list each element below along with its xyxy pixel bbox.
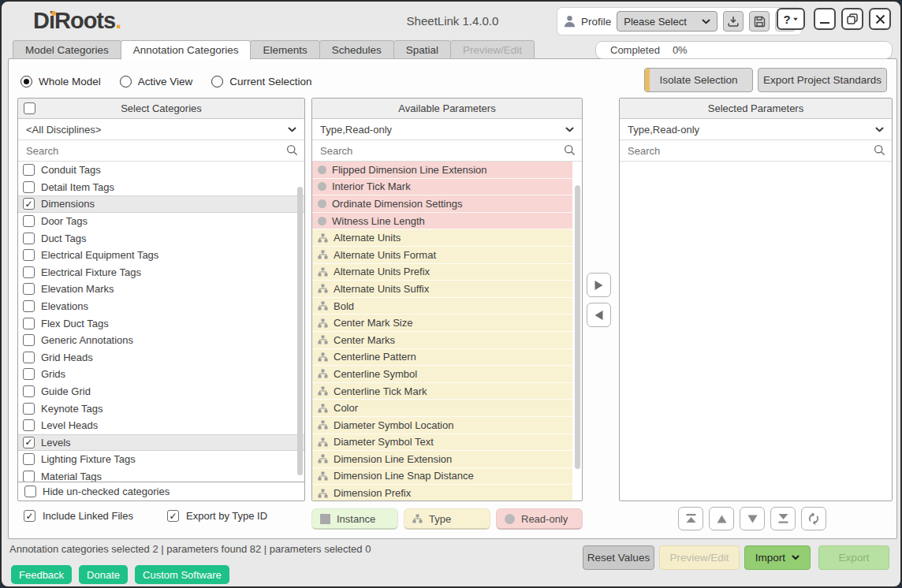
parameter-row-flipped-dimension-line-extension[interactable]: Flipped Dimension Line Extension [312,162,572,179]
category-row-material-tags[interactable]: Material Tags [18,468,304,482]
parameter-row-dimension-prefix[interactable]: Dimension Prefix [312,485,572,501]
maximize-button[interactable] [841,8,863,30]
checkbox[interactable] [23,352,35,363]
parameter-row-centerline-tick-mark[interactable]: Centerline Tick Mark [312,383,572,400]
available-scrollbar[interactable] [575,185,580,469]
checkbox[interactable] [23,233,35,244]
move-to-bottom-button[interactable] [770,507,796,530]
category-row-electrical-equipment-tags[interactable]: Electrical Equipment Tags [18,247,304,264]
selected-search-input[interactable] [620,140,892,161]
export-by-type-id-option[interactable]: ✓ Export by Type ID [167,510,267,522]
profile-select[interactable]: Please Select [617,11,718,32]
help-button[interactable]: ? [777,8,805,30]
feedback-button[interactable]: Feedback [11,565,72,584]
category-row-door-tags[interactable]: Door Tags [18,213,304,230]
parameter-row-color[interactable]: Color [312,400,572,417]
checkbox[interactable] [23,283,35,295]
select-all-checkbox[interactable] [24,102,35,114]
tab-schedules[interactable]: Schedules [319,40,394,59]
tab-spatial[interactable]: Spatial [393,40,451,59]
discipline-filter-dropdown[interactable]: <All Disciplines> [18,119,304,140]
preview-edit-button[interactable]: Preview/Edit [659,545,740,570]
move-left-button[interactable] [587,303,611,327]
category-row-grid-heads[interactable]: Grid Heads [18,349,304,367]
checkbox[interactable]: ✓ [23,198,35,210]
radio-active-view[interactable]: Active View [120,76,193,87]
category-row-lighting-fixture-tags[interactable]: Lighting Fixture Tags [18,451,304,468]
hide-unchecked-checkbox[interactable] [24,486,36,497]
parameter-row-interior-tick-mark[interactable]: Interior Tick Mark [312,179,572,196]
checkbox[interactable] [23,385,35,397]
checkbox[interactable] [23,368,35,380]
parameter-row-alternate-units-format[interactable]: Alternate Units Format [312,247,572,264]
parameter-row-center-mark-size[interactable]: Center Mark Size [312,314,572,332]
close-button[interactable] [869,8,891,30]
category-row-grids[interactable]: Grids [18,366,304,383]
move-up-button[interactable] [709,507,734,530]
category-row-electrical-fixture-tags[interactable]: Electrical Fixture Tags [18,264,304,281]
tab-model-categories[interactable]: Model Categories [13,40,121,59]
category-row-level-heads[interactable]: Level Heads [18,417,304,434]
category-row-guide-grid[interactable]: Guide Grid [18,383,304,400]
parameter-row-centerline-symbol[interactable]: Centerline Symbol [312,366,572,383]
category-row-dimensions[interactable]: ✓Dimensions [18,195,304,213]
parameter-row-diameter-symbol-location[interactable]: Diameter Symbol Location [312,417,572,434]
minimize-button[interactable] [814,8,836,30]
category-row-keynote-tags[interactable]: Keynote Tags [18,400,304,417]
category-row-duct-tags[interactable]: Duct Tags [18,229,304,247]
checkbox[interactable] [23,249,35,261]
move-to-top-button[interactable] [678,507,703,530]
load-profile-button[interactable] [723,11,744,32]
category-row-elevation-marks[interactable]: Elevation Marks [18,281,304,298]
checkbox[interactable] [23,318,35,329]
checkbox[interactable] [23,300,35,312]
donate-button[interactable]: Donate [79,565,128,584]
category-row-flex-duct-tags[interactable]: Flex Duct Tags [18,314,304,332]
checkbox[interactable]: ✓ [23,437,35,448]
checkbox[interactable] [23,266,35,278]
checkbox[interactable] [23,164,35,176]
parameter-row-alternate-units[interactable]: Alternate Units [312,229,572,247]
category-row-elevations[interactable]: Elevations [18,298,304,315]
isolate-selection-button[interactable]: Isolate Selection [644,68,753,92]
available-search-input[interactable] [312,140,582,161]
parameter-row-centerline-pattern[interactable]: Centerline Pattern [312,349,572,367]
parameter-row-dimension-line-extension[interactable]: Dimension Line Extension [312,451,572,468]
tab-elements[interactable]: Elements [250,40,319,59]
export-button[interactable]: Export [818,545,889,570]
export-by-type-checkbox[interactable]: ✓ [167,510,179,522]
checkbox[interactable] [23,403,35,415]
checkbox[interactable] [23,419,35,431]
parameter-row-ordinate-dimension-settings[interactable]: Ordinate Dimension Settings [312,195,572,213]
reset-values-button[interactable]: Reset Values [583,545,654,570]
category-row-conduit-tags[interactable]: Conduit Tags [18,162,304,179]
tab-preview-edit[interactable]: Preview/Edit [450,40,535,59]
custom-software-button[interactable]: Custom Software [135,565,229,584]
category-row-generic-annotations[interactable]: Generic Annotations [18,332,304,349]
checkbox[interactable] [23,181,35,193]
parameter-row-alternate-units-prefix[interactable]: Alternate Units Prefix [312,264,572,281]
parameter-row-alternate-units-suffix[interactable]: Alternate Units Suffix [312,281,572,298]
parameter-row-diameter-symbol-text[interactable]: Diameter Symbol Text [312,434,572,452]
checkbox[interactable] [23,453,35,465]
categories-search-input[interactable] [18,140,304,161]
export-project-standards-button[interactable]: Export Project Standards [758,68,887,92]
include-linked-files-option[interactable]: ✓ Include Linked Files [24,510,133,522]
parameter-row-center-marks[interactable]: Center Marks [312,332,572,349]
import-button[interactable]: Import [744,545,811,570]
category-row-detail-item-tags[interactable]: Detail Item Tags [18,179,304,196]
include-linked-checkbox[interactable]: ✓ [24,510,35,522]
move-right-button[interactable] [587,273,611,297]
categories-scrollbar[interactable] [297,187,303,475]
parameter-row-witness-line-length[interactable]: Witness Line Length [312,213,572,230]
radio-whole-model[interactable]: Whole Model [20,76,101,87]
hide-unchecked-row[interactable]: Hide un-checked categories [18,482,304,501]
checkbox[interactable] [23,334,35,346]
available-filter-dropdown[interactable]: Type,Read-only [312,119,582,140]
move-down-button[interactable] [740,507,765,530]
parameter-row-bold[interactable]: Bold [312,298,572,315]
tab-annotation-categories[interactable]: Annotation Categories [121,40,252,60]
category-row-levels[interactable]: ✓Levels [18,434,304,452]
parameter-row-dimension-line-snap-distance[interactable]: Dimension Line Snap Distance [312,468,572,486]
refresh-button[interactable] [801,507,826,530]
